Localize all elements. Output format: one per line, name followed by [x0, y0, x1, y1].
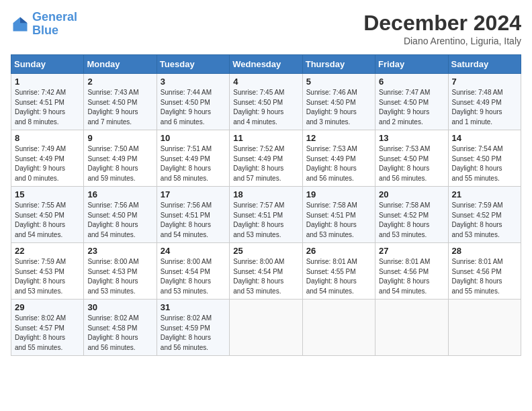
logo-icon: [11, 15, 30, 34]
calendar-cell: 24Sunrise: 8:00 AM Sunset: 4:54 PM Dayli…: [157, 243, 229, 300]
day-number: 12: [306, 133, 371, 143]
calendar-cell: 26Sunrise: 8:01 AM Sunset: 4:55 PM Dayli…: [302, 243, 375, 300]
weekday-header: Tuesday: [157, 55, 229, 74]
calendar-cell: 15Sunrise: 7:55 AM Sunset: 4:50 PM Dayli…: [11, 187, 84, 243]
day-info: Sunrise: 8:02 AM Sunset: 4:59 PM Dayligh…: [161, 314, 226, 353]
calendar-cell: 6Sunrise: 7:47 AM Sunset: 4:50 PM Daylig…: [375, 74, 448, 130]
page-header: General Blue December 2024 Diano Arentin…: [11, 11, 521, 46]
calendar-cell: 4Sunrise: 7:45 AM Sunset: 4:50 PM Daylig…: [230, 74, 302, 130]
day-info: Sunrise: 8:00 AM Sunset: 4:54 PM Dayligh…: [233, 257, 298, 296]
calendar-week-row: 1Sunrise: 7:42 AM Sunset: 4:51 PM Daylig…: [11, 74, 521, 130]
calendar-cell: 25Sunrise: 8:00 AM Sunset: 4:54 PM Dayli…: [230, 243, 302, 300]
day-info: Sunrise: 7:42 AM Sunset: 4:51 PM Dayligh…: [15, 88, 80, 127]
day-number: 26: [306, 246, 371, 256]
calendar-cell: [230, 300, 302, 356]
day-number: 3: [161, 77, 226, 87]
weekday-header: Thursday: [302, 55, 375, 74]
calendar-cell: 7Sunrise: 7:48 AM Sunset: 4:49 PM Daylig…: [448, 74, 521, 130]
day-info: Sunrise: 8:02 AM Sunset: 4:57 PM Dayligh…: [15, 314, 80, 353]
calendar-cell: 1Sunrise: 7:42 AM Sunset: 4:51 PM Daylig…: [11, 74, 84, 130]
day-info: Sunrise: 7:58 AM Sunset: 4:51 PM Dayligh…: [306, 201, 371, 240]
calendar-cell: 19Sunrise: 7:58 AM Sunset: 4:51 PM Dayli…: [302, 187, 375, 243]
calendar-cell: 5Sunrise: 7:46 AM Sunset: 4:50 PM Daylig…: [302, 74, 375, 130]
day-info: Sunrise: 7:56 AM Sunset: 4:51 PM Dayligh…: [161, 201, 226, 240]
day-info: Sunrise: 7:43 AM Sunset: 4:50 PM Dayligh…: [87, 88, 152, 127]
day-number: 24: [161, 246, 226, 256]
calendar-cell: 29Sunrise: 8:02 AM Sunset: 4:57 PM Dayli…: [11, 300, 84, 356]
calendar-cell: 10Sunrise: 7:51 AM Sunset: 4:49 PM Dayli…: [157, 130, 229, 187]
weekday-header: Wednesday: [230, 55, 302, 74]
day-info: Sunrise: 8:02 AM Sunset: 4:58 PM Dayligh…: [87, 314, 152, 353]
day-number: 2: [87, 77, 152, 87]
logo: General Blue: [11, 11, 77, 38]
calendar-week-row: 15Sunrise: 7:55 AM Sunset: 4:50 PM Dayli…: [11, 187, 521, 243]
day-info: Sunrise: 7:48 AM Sunset: 4:49 PM Dayligh…: [452, 88, 517, 127]
day-number: 19: [306, 189, 371, 199]
calendar-cell: 13Sunrise: 7:53 AM Sunset: 4:50 PM Dayli…: [375, 130, 448, 187]
day-number: 5: [306, 77, 371, 87]
calendar-cell: 27Sunrise: 8:01 AM Sunset: 4:56 PM Dayli…: [375, 243, 448, 300]
calendar-cell: 23Sunrise: 8:00 AM Sunset: 4:53 PM Dayli…: [84, 243, 157, 300]
day-number: 28: [452, 246, 517, 256]
day-info: Sunrise: 7:58 AM Sunset: 4:52 PM Dayligh…: [379, 201, 444, 240]
day-info: Sunrise: 7:53 AM Sunset: 4:50 PM Dayligh…: [379, 144, 444, 183]
svg-marker-1: [20, 17, 28, 23]
day-number: 7: [452, 77, 517, 87]
day-info: Sunrise: 7:50 AM Sunset: 4:49 PM Dayligh…: [87, 144, 152, 183]
day-info: Sunrise: 7:57 AM Sunset: 4:51 PM Dayligh…: [233, 201, 298, 240]
day-number: 29: [15, 302, 80, 312]
calendar-cell: [302, 300, 375, 356]
day-number: 27: [379, 246, 444, 256]
weekday-header: Monday: [84, 55, 157, 74]
day-number: 21: [452, 189, 517, 199]
day-info: Sunrise: 7:49 AM Sunset: 4:49 PM Dayligh…: [15, 144, 80, 183]
day-info: Sunrise: 7:55 AM Sunset: 4:50 PM Dayligh…: [15, 201, 80, 240]
day-number: 10: [161, 133, 226, 143]
calendar-cell: 30Sunrise: 8:02 AM Sunset: 4:58 PM Dayli…: [84, 300, 157, 356]
day-info: Sunrise: 7:54 AM Sunset: 4:50 PM Dayligh…: [452, 144, 517, 183]
weekday-header-row: SundayMondayTuesdayWednesdayThursdayFrid…: [11, 55, 521, 74]
logo-text: General Blue: [32, 11, 77, 38]
weekday-header: Friday: [375, 55, 448, 74]
calendar-cell: 8Sunrise: 7:49 AM Sunset: 4:49 PM Daylig…: [11, 130, 84, 187]
day-number: 30: [87, 302, 152, 312]
calendar-cell: 18Sunrise: 7:57 AM Sunset: 4:51 PM Dayli…: [230, 187, 302, 243]
weekday-header: Saturday: [448, 55, 521, 74]
day-number: 16: [87, 189, 152, 199]
calendar-week-row: 8Sunrise: 7:49 AM Sunset: 4:49 PM Daylig…: [11, 130, 521, 187]
calendar-table: SundayMondayTuesdayWednesdayThursdayFrid…: [11, 54, 521, 356]
day-number: 9: [87, 133, 152, 143]
day-number: 18: [233, 189, 298, 199]
day-info: Sunrise: 7:44 AM Sunset: 4:50 PM Dayligh…: [161, 88, 226, 127]
calendar-cell: 12Sunrise: 7:53 AM Sunset: 4:49 PM Dayli…: [302, 130, 375, 187]
calendar-week-row: 29Sunrise: 8:02 AM Sunset: 4:57 PM Dayli…: [11, 300, 521, 356]
calendar-cell: 28Sunrise: 8:01 AM Sunset: 4:56 PM Dayli…: [448, 243, 521, 300]
day-info: Sunrise: 7:46 AM Sunset: 4:50 PM Dayligh…: [306, 88, 371, 127]
day-info: Sunrise: 8:00 AM Sunset: 4:53 PM Dayligh…: [87, 257, 152, 296]
day-number: 13: [379, 133, 444, 143]
day-number: 6: [379, 77, 444, 87]
day-number: 1: [15, 77, 80, 87]
calendar-cell: [448, 300, 521, 356]
calendar-cell: 20Sunrise: 7:58 AM Sunset: 4:52 PM Dayli…: [375, 187, 448, 243]
day-info: Sunrise: 7:51 AM Sunset: 4:49 PM Dayligh…: [161, 144, 226, 183]
calendar-cell: 11Sunrise: 7:52 AM Sunset: 4:49 PM Dayli…: [230, 130, 302, 187]
calendar-cell: 2Sunrise: 7:43 AM Sunset: 4:50 PM Daylig…: [84, 74, 157, 130]
location-subtitle: Diano Arentino, Liguria, Italy: [363, 36, 521, 46]
day-info: Sunrise: 8:01 AM Sunset: 4:55 PM Dayligh…: [306, 257, 371, 296]
calendar-cell: 3Sunrise: 7:44 AM Sunset: 4:50 PM Daylig…: [157, 74, 229, 130]
day-number: 22: [15, 246, 80, 256]
calendar-cell: 16Sunrise: 7:56 AM Sunset: 4:50 PM Dayli…: [84, 187, 157, 243]
day-number: 25: [233, 246, 298, 256]
day-info: Sunrise: 7:59 AM Sunset: 4:53 PM Dayligh…: [15, 257, 80, 296]
calendar-cell: 14Sunrise: 7:54 AM Sunset: 4:50 PM Dayli…: [448, 130, 521, 187]
day-number: 11: [233, 133, 298, 143]
weekday-header: Sunday: [11, 55, 84, 74]
day-info: Sunrise: 7:56 AM Sunset: 4:50 PM Dayligh…: [87, 201, 152, 240]
month-title: December 2024: [363, 11, 521, 36]
day-info: Sunrise: 8:01 AM Sunset: 4:56 PM Dayligh…: [452, 257, 517, 296]
calendar-week-row: 22Sunrise: 7:59 AM Sunset: 4:53 PM Dayli…: [11, 243, 521, 300]
calendar-cell: 22Sunrise: 7:59 AM Sunset: 4:53 PM Dayli…: [11, 243, 84, 300]
day-number: 14: [452, 133, 517, 143]
day-info: Sunrise: 7:52 AM Sunset: 4:49 PM Dayligh…: [233, 144, 298, 183]
